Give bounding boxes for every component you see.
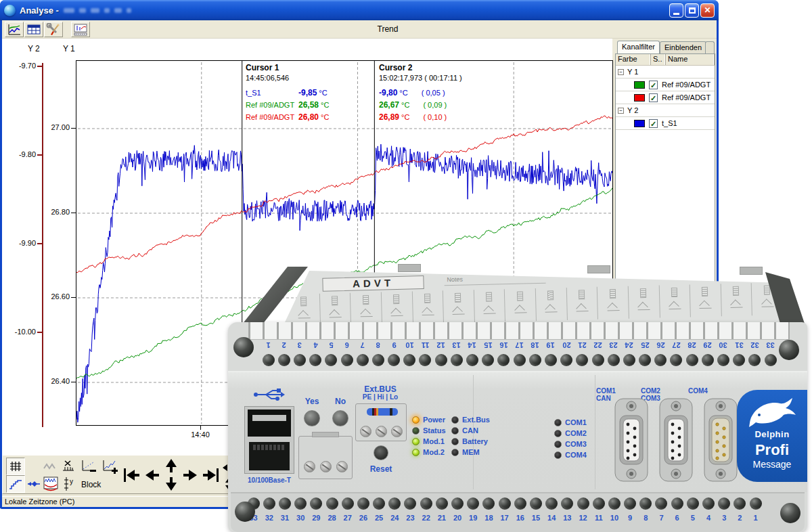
col-name[interactable]: Name bbox=[666, 54, 715, 65]
pan-left-button[interactable] bbox=[143, 462, 161, 488]
marker-line-button[interactable] bbox=[26, 476, 42, 492]
led-row: Mod.2 bbox=[412, 447, 446, 458]
terminal-number: 5 bbox=[323, 341, 339, 349]
pan-up-button[interactable] bbox=[162, 457, 180, 474]
group-row-y2[interactable]: − Y 2 bbox=[616, 104, 715, 117]
device-front-panel: 10/100Base-T Yes No Ext.BUS PE | Hi | Lo… bbox=[228, 371, 807, 492]
top-terminal-numbers: 1234567891011121314151617181920212223242… bbox=[261, 341, 778, 349]
y1-tick-label: 27.00 bbox=[43, 123, 70, 131]
led-label: COM4 bbox=[565, 451, 587, 459]
terminal-screw bbox=[418, 353, 433, 368]
terminal-number: 19 bbox=[543, 341, 558, 349]
pan-right-button[interactable] bbox=[181, 462, 199, 488]
terminal-number: 13 bbox=[560, 514, 575, 522]
terminal-number: 4 bbox=[700, 514, 716, 522]
mod-2-led bbox=[412, 449, 420, 456]
status-led bbox=[412, 427, 420, 435]
power-led bbox=[412, 416, 420, 424]
no-button[interactable] bbox=[332, 410, 348, 426]
channel-row[interactable]: ✓ Ref #09/ADGT bbox=[616, 91, 715, 104]
terminal-screw bbox=[684, 353, 700, 368]
led-row: COM4 bbox=[554, 449, 587, 460]
jump-start-button[interactable] bbox=[120, 462, 142, 488]
com4-led bbox=[554, 451, 562, 459]
y2-tick-label: -9.70 bbox=[9, 62, 36, 70]
table-view-button[interactable] bbox=[24, 22, 43, 37]
minimize-button[interactable] bbox=[669, 3, 683, 18]
reset-button[interactable] bbox=[374, 445, 388, 460]
zoom-out-chart-button[interactable] bbox=[78, 457, 99, 475]
zoom-in-chart-button[interactable] bbox=[99, 457, 120, 475]
yes-button[interactable] bbox=[304, 410, 320, 426]
envelope-button[interactable] bbox=[41, 474, 60, 493]
channel-column bbox=[721, 283, 752, 316]
terminal-screw bbox=[715, 353, 731, 368]
terminal-number: 11 bbox=[418, 341, 433, 349]
bottom-terminal-numbers: 3332313029282726252423222120191817161514… bbox=[246, 514, 763, 522]
module-type-label: ADVT bbox=[322, 275, 424, 292]
led-row: Battery bbox=[451, 436, 490, 447]
tab-stub[interactable] bbox=[705, 41, 715, 53]
cursor-tool-button[interactable] bbox=[71, 22, 90, 37]
terminal-number: 21 bbox=[574, 341, 590, 349]
terminal-number: 26 bbox=[653, 341, 669, 349]
trend-view-button[interactable] bbox=[5, 22, 24, 37]
tab-einblenden[interactable]: Einblenden bbox=[660, 41, 706, 53]
color-swatch[interactable] bbox=[634, 120, 645, 127]
step-curve-button[interactable] bbox=[6, 475, 25, 493]
corner-screw bbox=[233, 337, 254, 357]
terminal-number: 8 bbox=[638, 514, 654, 522]
col-s[interactable]: S.. bbox=[651, 54, 666, 65]
terminal-number: 10 bbox=[606, 514, 622, 522]
db9-connector-com2-com3[interactable] bbox=[658, 398, 694, 482]
collapse-icon[interactable]: − bbox=[618, 108, 624, 114]
no-label: No bbox=[328, 397, 353, 406]
terminal-screw bbox=[748, 496, 763, 511]
y2-tick bbox=[37, 243, 43, 244]
channel-column bbox=[474, 289, 506, 322]
collapse-icon[interactable]: − bbox=[618, 69, 624, 75]
tab-kanalfilter[interactable]: Kanalfilter bbox=[617, 41, 660, 53]
pan-down-button[interactable] bbox=[162, 475, 180, 493]
peaks-button[interactable] bbox=[60, 458, 77, 474]
can-led bbox=[451, 427, 459, 435]
terminal-screw bbox=[544, 496, 560, 511]
com3-led bbox=[554, 441, 562, 448]
y2-tick-label: -9.80 bbox=[9, 150, 36, 158]
terminal-number: 25 bbox=[637, 341, 653, 349]
terminal-number: 15 bbox=[528, 514, 543, 522]
com1-can-label: COM1CAN bbox=[596, 387, 616, 402]
maximize-button[interactable] bbox=[685, 3, 699, 18]
color-swatch[interactable] bbox=[634, 81, 645, 89]
group-row-y1[interactable]: − Y 1 bbox=[616, 66, 715, 79]
led-row: CAN bbox=[451, 425, 490, 436]
grid-toggle-button[interactable] bbox=[6, 458, 25, 475]
terminal-number: 24 bbox=[387, 514, 403, 522]
led-row: COM3 bbox=[554, 439, 587, 449]
channel-row[interactable]: ✓ t_S1 bbox=[616, 117, 715, 130]
db9-connector-com1[interactable] bbox=[614, 398, 649, 482]
channel-row[interactable]: ✓ Ref #09/ADGT bbox=[616, 79, 715, 91]
terminal-screw bbox=[763, 353, 778, 368]
device-body: 1234567891011121314151617181920212223242… bbox=[228, 322, 807, 532]
color-swatch[interactable] bbox=[634, 94, 645, 102]
led-row: Status bbox=[412, 425, 446, 436]
db9-connector-com4[interactable] bbox=[703, 398, 738, 482]
settings-button[interactable] bbox=[44, 22, 63, 37]
scale-y-button[interactable]: y bbox=[61, 474, 77, 493]
led-label: Mod.1 bbox=[423, 437, 445, 445]
terminal-screw bbox=[654, 496, 669, 511]
visibility-checkbox[interactable]: ✓ bbox=[649, 93, 658, 102]
jump-end-button[interactable] bbox=[200, 462, 222, 488]
minmax-curve-button[interactable] bbox=[41, 458, 59, 474]
bottom-terminal-screws bbox=[246, 496, 763, 511]
col-farbe[interactable]: Farbe bbox=[616, 54, 651, 65]
terminal-number: 14 bbox=[544, 514, 560, 522]
visibility-checkbox[interactable]: ✓ bbox=[649, 119, 658, 128]
terminal-number: 19 bbox=[466, 514, 481, 522]
close-button[interactable]: ✕ bbox=[700, 3, 715, 18]
led-row: Ext.Bus bbox=[451, 414, 490, 425]
y2-axis bbox=[42, 63, 43, 427]
visibility-checkbox[interactable]: ✓ bbox=[649, 81, 658, 89]
title-bar[interactable]: Analyse - ✕ bbox=[0, 0, 719, 20]
